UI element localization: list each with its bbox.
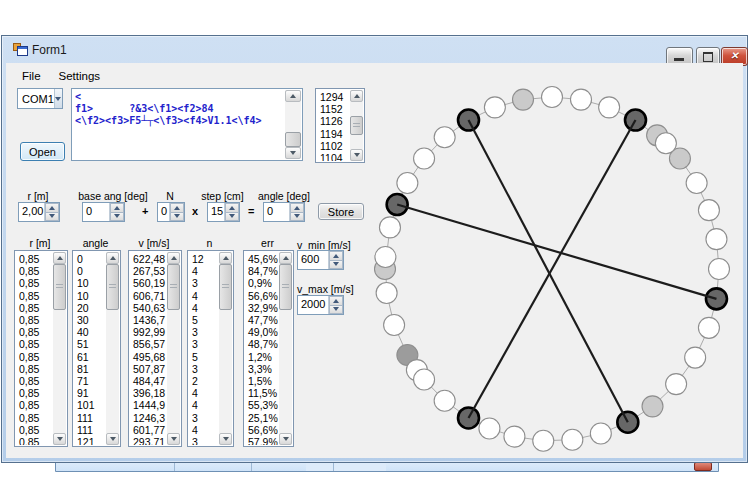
n-listbox[interactable]: 12434453353244343	[187, 250, 234, 447]
listbox-scrollbar[interactable]	[106, 252, 119, 445]
n-row[interactable]: 3	[189, 412, 218, 424]
v-row[interactable]: 1436,7	[130, 314, 166, 326]
err-row[interactable]: 32,9%	[245, 302, 278, 314]
r-row[interactable]: 0,85	[16, 387, 52, 399]
spin-up-button[interactable]	[290, 203, 304, 213]
n-row[interactable]: 2	[189, 375, 218, 387]
n-value[interactable]: 0	[158, 203, 169, 221]
err-listbox[interactable]: 45,6%84,7%0,9%56,6%32,9%47,7%49,0%48,7%1…	[243, 250, 294, 447]
scroll-down-button[interactable]	[350, 149, 363, 161]
counts-listbox[interactable]: 129411521126119411021104	[315, 88, 365, 163]
listbox-scrollbar[interactable]	[53, 252, 66, 445]
spin-up-button[interactable]	[329, 296, 343, 306]
n-row[interactable]: 4	[189, 302, 218, 314]
angle-row[interactable]: 71	[74, 375, 105, 387]
spin-up-button[interactable]	[329, 251, 343, 261]
spin-down-button[interactable]	[290, 213, 304, 222]
spin-down-button[interactable]	[225, 213, 239, 222]
angle-row[interactable]: 40	[74, 326, 105, 338]
err-row[interactable]: 1,5%	[245, 375, 278, 387]
v-row[interactable]: 484,47	[130, 375, 166, 387]
r-row[interactable]: 0,85	[16, 363, 52, 375]
angle-row[interactable]: 91	[74, 387, 105, 399]
v-row[interactable]: 992,99	[130, 326, 166, 338]
titlebar[interactable]: Form1 ✕	[2, 36, 747, 62]
v-row[interactable]: 396,18	[130, 387, 166, 399]
open-button[interactable]: Open	[20, 142, 65, 161]
scrollbar-thumb[interactable]	[285, 132, 301, 147]
err-row[interactable]: 25,1%	[245, 412, 278, 424]
v-row[interactable]: 507,87	[130, 363, 166, 375]
angle-row[interactable]: 81	[74, 363, 105, 375]
r-row[interactable]: 0,85	[16, 338, 52, 350]
err-row[interactable]: 56,6%	[245, 424, 278, 436]
listbox-scrollbar[interactable]	[167, 252, 180, 445]
err-row[interactable]: 47,7%	[245, 314, 278, 326]
err-row[interactable]: 11,5%	[245, 387, 278, 399]
scroll-up-button[interactable]	[167, 252, 180, 264]
scroll-up-button[interactable]	[219, 252, 232, 264]
spin-down-button[interactable]	[45, 213, 59, 222]
err-row[interactable]: 84,7%	[245, 265, 278, 277]
n-row[interactable]: 12	[189, 253, 218, 265]
com-port-value[interactable]: COM1	[18, 93, 54, 105]
spin-down-button[interactable]	[329, 261, 343, 270]
angle-row[interactable]: 101	[74, 399, 105, 411]
vmax-value[interactable]: 2000	[298, 296, 328, 314]
scrollbar-thumb[interactable]	[106, 264, 119, 310]
angle-listbox[interactable]: 0010102030405161817191101111111121	[72, 250, 121, 447]
spin-up-button[interactable]	[170, 203, 184, 213]
n-row[interactable]: 4	[189, 424, 218, 436]
r-row[interactable]: 0,85	[16, 424, 52, 436]
r-row[interactable]: 0,85	[16, 265, 52, 277]
r-row[interactable]: 0,85	[16, 399, 52, 411]
n-row[interactable]: 4	[189, 387, 218, 399]
angle-row[interactable]: 30	[74, 314, 105, 326]
angle-row[interactable]: 10	[74, 290, 105, 302]
scroll-up-button[interactable]	[285, 90, 301, 102]
n-row[interactable]: 4	[189, 290, 218, 302]
angle-row[interactable]: 51	[74, 338, 105, 350]
angle-row[interactable]: 121	[74, 436, 105, 445]
n-row[interactable]: 4	[189, 265, 218, 277]
serial-log-scrollbar[interactable]	[285, 90, 301, 159]
scroll-down-button[interactable]	[106, 433, 119, 445]
n-row[interactable]: 3	[189, 436, 218, 445]
angle-value[interactable]: 0	[264, 203, 289, 221]
v-row[interactable]: 495,68	[130, 351, 166, 363]
v-row[interactable]: 1444,9	[130, 399, 166, 411]
scroll-up-button[interactable]	[53, 252, 66, 264]
err-row[interactable]: 45,6%	[245, 253, 278, 265]
v-row[interactable]: 601,77	[130, 424, 166, 436]
v-row[interactable]: 606,71	[130, 290, 166, 302]
angle-input[interactable]: 0	[263, 202, 305, 222]
angle-row[interactable]: 20	[74, 302, 105, 314]
r-row[interactable]: 0,85	[16, 302, 52, 314]
step-value[interactable]: 15	[208, 203, 224, 221]
base-ang-value[interactable]: 0	[83, 203, 109, 221]
counts-row[interactable]: 1152	[317, 103, 349, 115]
listbox-scrollbar[interactable]	[279, 252, 292, 445]
n-row[interactable]: 5	[189, 351, 218, 363]
err-row[interactable]: 57,9%	[245, 436, 278, 445]
err-row[interactable]: 1,2%	[245, 351, 278, 363]
angle-row[interactable]: 10	[74, 277, 105, 289]
scroll-down-button[interactable]	[285, 147, 301, 159]
counts-scrollbar[interactable]	[350, 90, 363, 161]
vmin-input[interactable]: 600	[297, 250, 344, 270]
scroll-down-button[interactable]	[167, 433, 180, 445]
spin-up-button[interactable]	[225, 203, 239, 213]
menu-settings[interactable]: Settings	[50, 66, 110, 86]
counts-row[interactable]: 1104	[317, 152, 349, 161]
err-row[interactable]: 55,3%	[245, 399, 278, 411]
r-row[interactable]: 0,85	[16, 314, 52, 326]
r-row[interactable]: 0,85	[16, 351, 52, 363]
n-row[interactable]: 3	[189, 277, 218, 289]
spin-down-button[interactable]	[170, 213, 184, 222]
v-row[interactable]: 540,63	[130, 302, 166, 314]
r-input[interactable]: 2,00	[18, 202, 60, 222]
r-row[interactable]: 0,85	[16, 326, 52, 338]
background-window-close-button[interactable]	[694, 462, 712, 471]
r-row[interactable]: 0,85	[16, 290, 52, 302]
vmin-value[interactable]: 600	[298, 251, 328, 269]
